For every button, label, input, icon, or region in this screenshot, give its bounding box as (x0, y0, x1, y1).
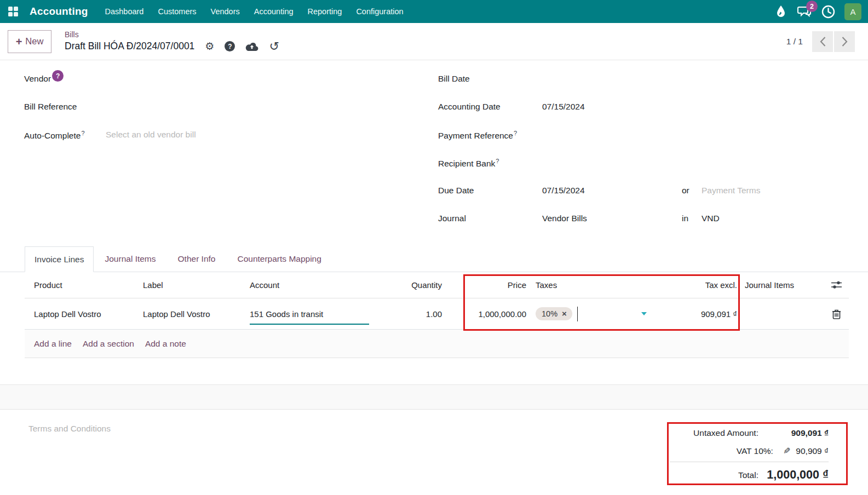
table-footer-links: Add a line Add a section Add a note (25, 330, 849, 358)
header-tax-excl[interactable]: Tax excl. (654, 272, 739, 298)
activities-droplet-icon[interactable] (774, 4, 788, 19)
nav-customers[interactable]: Customers (151, 0, 203, 23)
vendor-help-badge-icon[interactable]: ? (52, 70, 64, 82)
nav-reporting[interactable]: Reporting (301, 0, 349, 23)
tax-remove-icon[interactable]: × (562, 309, 567, 318)
due-date-field-row: Due Date 07/15/2024 or Payment Terms (438, 185, 854, 212)
invoice-line-row: Laptop Dell Vostro Laptop Dell Vostro 15… (25, 298, 849, 330)
apps-menu-button[interactable] (0, 0, 26, 23)
top-navbar: Accounting Dashboard Customers Vendors A… (0, 0, 868, 23)
breadcrumb-bills-link[interactable]: Bills (65, 30, 279, 39)
empty-table-area (0, 358, 868, 385)
table-header-row: Product Label Account Quantity Price Tax… (25, 272, 849, 298)
payment-reference-field-row: Payment Reference? (438, 129, 854, 157)
new-button-label: New (25, 36, 43, 47)
nav-vendors[interactable]: Vendors (204, 0, 247, 23)
cell-tax-excl: 909,091 ₫ (654, 298, 739, 329)
due-date-input[interactable]: 07/15/2024 (542, 185, 682, 195)
messages-icon[interactable]: 2 (797, 4, 812, 19)
add-line-link[interactable]: Add a line (34, 339, 72, 349)
tab-invoice-lines[interactable]: Invoice Lines (25, 246, 94, 272)
terms-and-conditions-input[interactable]: Terms and Conditions (28, 424, 111, 434)
due-date-label: Due Date (438, 185, 542, 195)
cell-account[interactable]: 151 Goods in transit (243, 298, 369, 329)
auto-complete-input[interactable]: Select an old vendor bill (106, 129, 196, 140)
edit-tax-pencil-icon[interactable]: ✎ (783, 446, 790, 456)
messages-count-badge: 2 (806, 1, 818, 12)
vendor-label: Vendor? (24, 73, 106, 85)
untaxed-amount-value: 909,091 ₫ (758, 428, 829, 438)
trash-icon (832, 309, 841, 319)
header-price[interactable]: Price (443, 272, 528, 298)
header-taxes[interactable]: Taxes (528, 272, 654, 298)
header-account[interactable]: Account (243, 272, 369, 298)
cell-journal-items (739, 298, 824, 329)
taxes-dropdown-icon[interactable] (641, 312, 647, 315)
nav-configuration[interactable]: Configuration (349, 0, 410, 23)
tab-other-info[interactable]: Other Info (167, 246, 227, 272)
accounting-date-input[interactable]: 07/15/2024 (542, 101, 682, 112)
header-label[interactable]: Label (134, 272, 243, 298)
bill-date-input[interactable] (542, 73, 682, 74)
journal-label: Journal (438, 212, 542, 223)
vat-row: VAT 10%: ✎ 90,909 ₫ (670, 442, 829, 460)
total-row: Total: 1,000,000 ₫ (670, 462, 829, 486)
new-button[interactable]: + New (8, 30, 51, 53)
cell-product[interactable]: Laptop Dell Vostro (25, 298, 134, 329)
nav-accounting[interactable]: Accounting (247, 0, 301, 23)
cloud-upload-icon[interactable] (245, 42, 258, 51)
pager-next-button[interactable] (834, 31, 855, 52)
header-product[interactable]: Product (25, 272, 134, 298)
total-label: Total: (738, 470, 758, 480)
help-icon[interactable]: ? (225, 41, 235, 51)
optional-columns-button[interactable] (824, 272, 849, 298)
recipient-bank-input[interactable] (542, 157, 682, 158)
auto-complete-help-icon: ? (81, 130, 84, 136)
tab-journal-items[interactable]: Journal Items (94, 246, 166, 272)
cell-taxes[interactable]: 10% × (528, 298, 654, 329)
journal-input[interactable]: Vendor Bills (542, 212, 682, 223)
tax-tag-label: 10% (542, 309, 557, 318)
payment-reference-input[interactable] (542, 129, 682, 130)
pager-count: 1 / 1 (786, 37, 803, 47)
tax-tag[interactable]: 10% × (536, 307, 572, 320)
pager: 1 / 1 (786, 31, 855, 52)
payment-terms-input[interactable]: Payment Terms (702, 185, 760, 195)
cell-label[interactable]: Laptop Dell Vostro (134, 298, 243, 329)
user-avatar[interactable]: A (844, 3, 861, 20)
vat-value: 90,909 ₫ (796, 446, 829, 456)
auto-complete-label: Auto-Complete? (24, 129, 106, 141)
undo-icon[interactable]: ↺ (269, 41, 279, 53)
untaxed-amount-label: Untaxed Amount: (693, 428, 758, 438)
cell-quantity[interactable]: 1.00 (369, 298, 443, 329)
payment-reference-label: Payment Reference? (438, 129, 542, 141)
accounting-date-label: Accounting Date (438, 101, 542, 112)
gear-icon[interactable]: ⚙ (205, 41, 214, 51)
control-panel: + New Bills Draft Bill HÓA Đ/2024/07/000… (0, 23, 868, 60)
accounting-date-field-row: Accounting Date 07/15/2024 (438, 101, 854, 129)
journal-field-row: Journal Vendor Bills in VND (438, 212, 854, 240)
recipient-bank-field-row: Recipient Bank? (438, 157, 854, 185)
breadcrumb: Bills Draft Bill HÓA Đ/2024/07/0001 ⚙ ? … (65, 30, 279, 52)
currency-input[interactable]: VND (702, 212, 720, 223)
add-note-link[interactable]: Add a note (145, 339, 186, 349)
recipient-bank-label: Recipient Bank? (438, 157, 542, 169)
sheet-footer-band (0, 385, 868, 410)
app-title[interactable]: Accounting (30, 5, 88, 18)
systray: 2 A (774, 3, 861, 20)
nav-dashboard[interactable]: Dashboard (98, 0, 151, 23)
bill-reference-label: Bill Reference (24, 101, 106, 112)
add-section-link[interactable]: Add a section (83, 339, 134, 349)
total-value: 1,000,000 ₫ (758, 468, 829, 482)
header-quantity[interactable]: Quantity (369, 272, 443, 298)
activity-clock-icon[interactable] (821, 4, 835, 19)
untaxed-amount-row: Untaxed Amount: 909,091 ₫ (670, 424, 829, 442)
delete-line-button[interactable] (824, 298, 849, 329)
vendor-field-row: Vendor? (24, 73, 418, 101)
apps-grid-icon (8, 7, 18, 16)
cell-price[interactable]: 1,000,000.00 (443, 298, 528, 329)
tab-counterparts-mapping[interactable]: Counterparts Mapping (226, 246, 332, 272)
auto-complete-field-row: Auto-Complete? Select an old vendor bill (24, 129, 418, 157)
header-journal-items[interactable]: Journal Items (739, 272, 824, 298)
pager-previous-button[interactable] (812, 31, 833, 52)
